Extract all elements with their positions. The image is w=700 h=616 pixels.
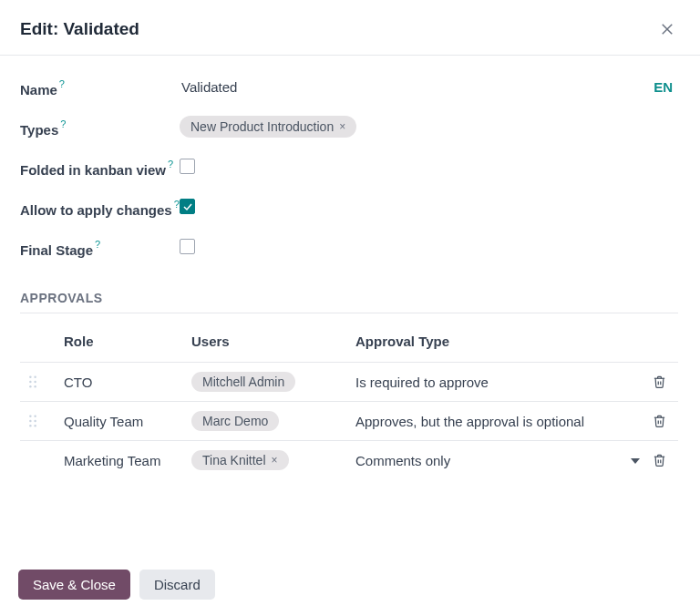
allow-changes-label-text: Allow to apply changes — [20, 202, 172, 218]
approval-type-cell[interactable]: Comments only — [355, 441, 647, 480]
folded-control — [180, 156, 678, 174]
user-chip-label: Tina Knittel — [202, 453, 266, 467]
check-icon — [182, 201, 193, 212]
approval-type-cell[interactable]: Approves, but the approval is optional — [355, 402, 647, 441]
save-close-button[interactable]: Save & Close — [18, 570, 130, 600]
svg-point-7 — [34, 385, 36, 387]
final-stage-control — [180, 236, 678, 254]
user-chip[interactable]: Tina Knittel× — [191, 450, 289, 470]
help-icon[interactable]: ? — [174, 199, 180, 210]
field-allow-changes-row: Allow to apply changes? — [20, 196, 678, 220]
approvals-tbody: CTOMitchell AdminIs required to approveQ… — [20, 363, 678, 480]
name-label: Name? — [20, 76, 180, 99]
dialog-body: Name? Validated EN Types? New Product In… — [0, 56, 700, 559]
user-chip-label: Mitchell Admin — [202, 375, 284, 389]
col-role: Role — [64, 321, 191, 363]
language-button[interactable]: EN — [648, 76, 678, 98]
user-chip-label: Marc Demo — [202, 414, 268, 428]
types-label-text: Types — [20, 122, 58, 138]
field-types-row: Types? New Product Introduction × — [20, 116, 678, 139]
help-icon[interactable]: ? — [60, 118, 66, 129]
folded-label: Folded in kanban view? — [20, 156, 180, 180]
user-chip[interactable]: Mitchell Admin — [191, 372, 295, 392]
col-handle — [20, 321, 64, 363]
approval-type-text: Approves, but the approval is optional — [355, 414, 584, 429]
role-cell[interactable]: CTO — [64, 363, 191, 402]
help-icon[interactable]: ? — [95, 239, 100, 250]
svg-point-12 — [29, 425, 31, 426]
name-label-text: Name — [20, 82, 57, 98]
approval-type-cell[interactable]: Is required to approve — [355, 363, 647, 402]
name-input[interactable]: Validated — [180, 76, 239, 98]
svg-point-4 — [29, 381, 31, 383]
svg-point-8 — [29, 416, 31, 417]
allow-changes-checkbox[interactable] — [180, 199, 195, 214]
svg-point-2 — [29, 376, 31, 378]
close-icon — [659, 21, 675, 37]
svg-point-6 — [29, 385, 31, 387]
final-stage-checkbox[interactable] — [180, 239, 195, 254]
type-tag-label: New Product Introduction — [190, 119, 334, 134]
delete-row-button[interactable] — [647, 375, 671, 389]
types-label: Types? — [20, 116, 180, 139]
user-chip[interactable]: Marc Demo — [191, 411, 279, 431]
users-cell[interactable]: Marc Demo — [191, 402, 355, 441]
svg-point-13 — [34, 425, 36, 426]
approvals-table: Role Users Approval Type CTOMitchell Adm… — [20, 321, 678, 479]
col-trash — [647, 321, 678, 363]
svg-point-9 — [34, 416, 36, 417]
discard-button[interactable]: Discard — [139, 570, 215, 600]
users-cell[interactable]: Mitchell Admin — [191, 363, 355, 402]
role-cell[interactable]: Quality Team — [64, 402, 191, 441]
field-name-row: Name? Validated EN — [20, 76, 678, 99]
approvals-section-title: APPROVALS — [20, 291, 678, 313]
approval-type-text: Is required to approve — [355, 375, 489, 390]
svg-point-10 — [29, 420, 31, 422]
type-tag[interactable]: New Product Introduction × — [180, 116, 356, 138]
svg-point-11 — [34, 420, 36, 422]
name-control: Validated EN — [180, 76, 678, 98]
field-final-stage-row: Final Stage? — [20, 236, 678, 260]
edit-stage-dialog: Edit: Validated Name? Validated EN Types… — [0, 0, 700, 616]
allow-changes-label: Allow to apply changes? — [20, 196, 180, 220]
role-cell[interactable]: Marketing Team — [64, 441, 191, 480]
table-row: Marketing TeamTina Knittel×Comments only — [20, 441, 678, 480]
remove-user-icon[interactable]: × — [272, 454, 278, 467]
remove-tag-icon[interactable]: × — [339, 120, 345, 133]
drag-handle-icon[interactable] — [20, 375, 46, 388]
folded-label-text: Folded in kanban view — [20, 162, 166, 178]
help-icon[interactable]: ? — [59, 78, 65, 89]
field-folded-row: Folded in kanban view? — [20, 156, 678, 180]
close-button[interactable] — [654, 16, 680, 42]
table-row: CTOMitchell AdminIs required to approve — [20, 363, 678, 402]
final-stage-label-text: Final Stage — [20, 242, 93, 258]
help-icon[interactable]: ? — [168, 159, 173, 169]
svg-point-3 — [34, 376, 36, 378]
dialog-title: Edit: Validated — [20, 19, 139, 39]
chevron-down-icon[interactable] — [631, 453, 640, 468]
col-type: Approval Type — [355, 321, 647, 363]
final-stage-label: Final Stage? — [20, 236, 180, 260]
dialog-footer: Save & Close Discard — [0, 559, 700, 616]
drag-handle-icon[interactable] — [20, 415, 46, 427]
users-cell[interactable]: Tina Knittel× — [191, 441, 355, 480]
svg-point-5 — [34, 381, 36, 383]
types-control[interactable]: New Product Introduction × — [180, 116, 678, 138]
folded-checkbox[interactable] — [180, 159, 195, 174]
svg-marker-14 — [631, 458, 640, 464]
delete-row-button[interactable] — [647, 414, 671, 428]
table-row: Quality TeamMarc DemoApproves, but the a… — [20, 402, 678, 441]
approval-type-text: Comments only — [355, 453, 450, 468]
col-users: Users — [191, 321, 355, 363]
dialog-header: Edit: Validated — [0, 0, 700, 56]
delete-row-button[interactable] — [647, 453, 671, 467]
allow-changes-control — [180, 196, 678, 214]
